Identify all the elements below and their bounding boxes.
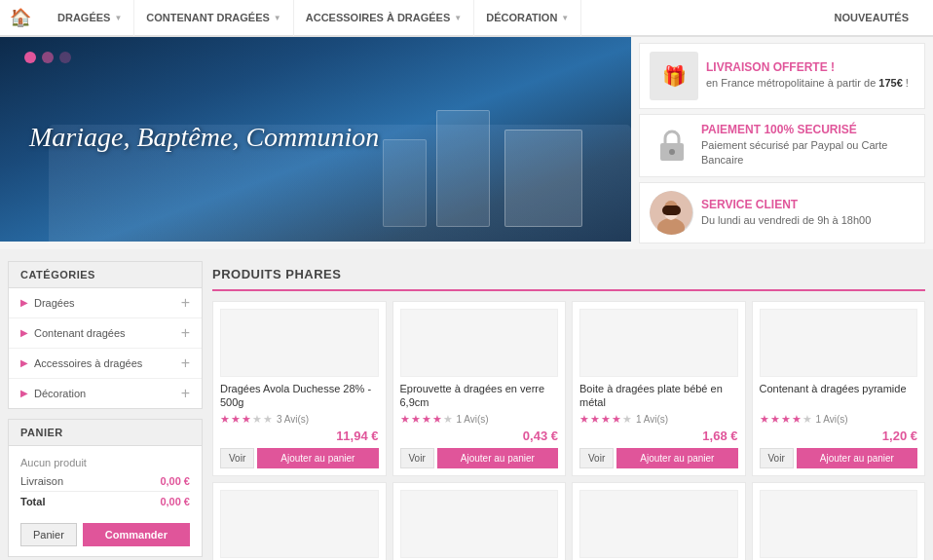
product-stars: ★★★★★ 1 Avi(s) <box>760 413 918 426</box>
panier-title: PANIER <box>9 420 202 446</box>
promo-sc-desc: Du lundi au vendredi de 9h à 18h00 <box>701 213 914 228</box>
category-item-contenant[interactable]: ▶ Contenant dragées + <box>9 318 202 349</box>
product-image <box>400 490 559 558</box>
plus-icon: + <box>181 386 190 401</box>
promo-livraison-desc: en France métropolitaine à partir de 175… <box>706 76 914 91</box>
caret-icon: ▼ <box>454 14 462 22</box>
hero-banner: Mariage, Baptême, Communion <box>0 37 631 242</box>
panier-button[interactable]: Panier <box>20 523 77 546</box>
product-card: Dragées Avola Duchesse 28% - 500g ★★★★★ … <box>212 301 387 477</box>
promo-sc-title: SERVICE CLIENT <box>701 198 914 211</box>
product-name: Eprouvette à dragées en verre 6,9cm <box>400 382 559 410</box>
voir-button[interactable]: Voir <box>579 448 614 468</box>
panier-box: PANIER Aucun produit Livraison 0,00 € To… <box>8 419 203 557</box>
promo-livraison: 🎁 LIVRAISON OFFERTE ! en France métropol… <box>639 43 925 109</box>
nav-nouveautes[interactable]: NOUVEAUTÉS <box>820 0 923 36</box>
product-name: Contenant à dragées pyramide <box>760 382 918 409</box>
livraison-image: 🎁 <box>650 52 698 100</box>
caret-icon: ▼ <box>114 14 122 22</box>
ajouter-button[interactable]: Ajouter au panier <box>257 448 378 468</box>
arrow-icon: ▶ <box>20 297 28 308</box>
product-price: 1,68 € <box>579 429 738 443</box>
hero-dots <box>24 52 71 63</box>
nav-item-accessoires[interactable]: ACCESSOIRES À DRAGÉES ▼ <box>294 0 474 36</box>
product-actions: Voir Ajouter au panier <box>579 448 738 468</box>
product-stars: ★★★★★ 3 Avi(s) <box>220 413 379 426</box>
livraison-label: Livraison <box>20 475 63 487</box>
ajouter-button[interactable]: Ajouter au panier <box>437 448 558 468</box>
promo-livraison-title: LIVRAISON OFFERTE ! <box>706 60 914 74</box>
promo-paiement: PAIEMENT 100% SECURISÉ Paiement sécurisé… <box>639 114 925 177</box>
category-item-accessoires[interactable]: ▶ Accessoires à dragées + <box>9 349 202 379</box>
avis-text: 3 Avi(s) <box>277 414 309 425</box>
plus-icon: + <box>181 355 190 371</box>
product-image <box>760 490 918 558</box>
product-card: NOUVEAU Ballotin à dragées Vitrail Blanc… <box>752 482 926 560</box>
voir-button[interactable]: Voir <box>760 448 794 468</box>
product-actions: Voir Ajouter au panier <box>760 448 918 468</box>
cs-icon <box>650 191 693 235</box>
product-image <box>220 490 379 558</box>
promo-paiement-title: PAIEMENT 100% SECURISÉ <box>701 123 914 136</box>
product-name: Boite à dragées plate bébé en métal <box>579 382 738 410</box>
product-actions: Voir Ajouter au panier <box>220 448 379 468</box>
arrow-icon: ▶ <box>20 327 28 338</box>
plus-icon: + <box>181 295 190 311</box>
nav-item-decoration[interactable]: DÉCORATION ▼ <box>474 0 581 36</box>
main-content: CATÉGORIES ▶ Dragées + ▶ Contenant dragé… <box>0 249 933 560</box>
caret-icon: ▼ <box>561 14 569 22</box>
product-stars: ★★★★★ 1 Avi(s) <box>579 413 738 426</box>
promo-sidebar: 🎁 LIVRAISON OFFERTE ! en France métropol… <box>631 37 933 249</box>
avis-text: 1 Avi(s) <box>816 414 848 425</box>
product-stars: ★★★★★ 1 Avi(s) <box>400 413 559 426</box>
promo-service-client: SERVICE CLIENT Du lundi au vendredi de 9… <box>639 182 925 243</box>
products-section: PRODUITS PHARES Dragées Avola Duchesse 2… <box>212 261 925 560</box>
product-price: 1,20 € <box>760 429 918 443</box>
product-image <box>579 490 738 558</box>
product-image <box>760 309 918 377</box>
voir-button[interactable]: Voir <box>400 448 434 468</box>
category-item-decoration[interactable]: ▶ Décoration + <box>9 379 202 408</box>
product-price: 11,94 € <box>220 429 379 443</box>
product-card: Boite dragées poitrine de bijoux crème ★… <box>572 482 746 560</box>
commander-button[interactable]: Commander <box>83 523 190 546</box>
hero-promo-section: Mariage, Baptême, Communion 🎁 LIVRAISON … <box>0 37 933 249</box>
avis-text: 1 Avi(s) <box>457 414 489 425</box>
ajouter-button[interactable]: Ajouter au panier <box>797 448 917 468</box>
product-card: Contenant dragées robe voile cuir Blanc … <box>212 482 387 560</box>
products-grid: Dragées Avola Duchesse 28% - 500g ★★★★★ … <box>212 301 925 560</box>
product-image <box>400 309 559 377</box>
lock-icon <box>650 124 693 168</box>
nav-items: DRAGÉES ▼ CONTENANT DRAGÉES ▼ ACCESSOIRE… <box>46 0 820 36</box>
top-navigation: 🏠 DRAGÉES ▼ CONTENANT DRAGÉES ▼ ACCESSOI… <box>0 0 933 37</box>
sidebar: CATÉGORIES ▶ Dragées + ▶ Contenant dragé… <box>8 261 203 560</box>
plus-icon: + <box>181 325 190 341</box>
livraison-amount: 0,00 € <box>160 475 190 487</box>
product-card: Contenant dragées boite diamant ★★★★★ 1,… <box>392 482 567 560</box>
product-card: Contenant à dragées pyramide ★★★★★ 1 Avi… <box>752 301 926 477</box>
total-amount: 0,00 € <box>160 496 190 507</box>
ajouter-button[interactable]: Ajouter au panier <box>616 448 737 468</box>
avis-text: 1 Avi(s) <box>636 414 668 425</box>
category-item-drageees[interactable]: ▶ Dragées + <box>9 288 202 318</box>
arrow-icon: ▶ <box>20 357 28 368</box>
categories-box: CATÉGORIES ▶ Dragées + ▶ Contenant dragé… <box>8 261 203 409</box>
product-actions: Voir Ajouter au panier <box>400 448 559 468</box>
arrow-icon: ▶ <box>20 388 28 398</box>
caret-icon: ▼ <box>274 14 281 22</box>
total-label: Total <box>20 496 45 507</box>
nav-item-drageees[interactable]: DRAGÉES ▼ <box>46 0 134 36</box>
product-image <box>220 309 379 377</box>
products-title: PRODUITS PHARES <box>212 261 925 291</box>
categories-title: CATÉGORIES <box>9 262 202 288</box>
home-icon[interactable]: 🏠 <box>10 7 31 28</box>
product-card: Eprouvette à dragées en verre 6,9cm ★★★★… <box>392 301 567 477</box>
nav-item-contenant[interactable]: CONTENANT DRAGÉES ▼ <box>134 0 293 36</box>
hero-text: Mariage, Baptême, Communion <box>29 120 379 155</box>
svg-point-1 <box>669 149 675 155</box>
promo-paiement-desc: Paiement sécurisé par Paypal ou Carte Ba… <box>701 138 914 168</box>
product-price: 0,43 € <box>400 429 559 443</box>
product-card: Boite à dragées plate bébé en métal ★★★★… <box>572 301 746 477</box>
svg-rect-5 <box>662 205 681 215</box>
voir-button[interactable]: Voir <box>220 448 254 468</box>
